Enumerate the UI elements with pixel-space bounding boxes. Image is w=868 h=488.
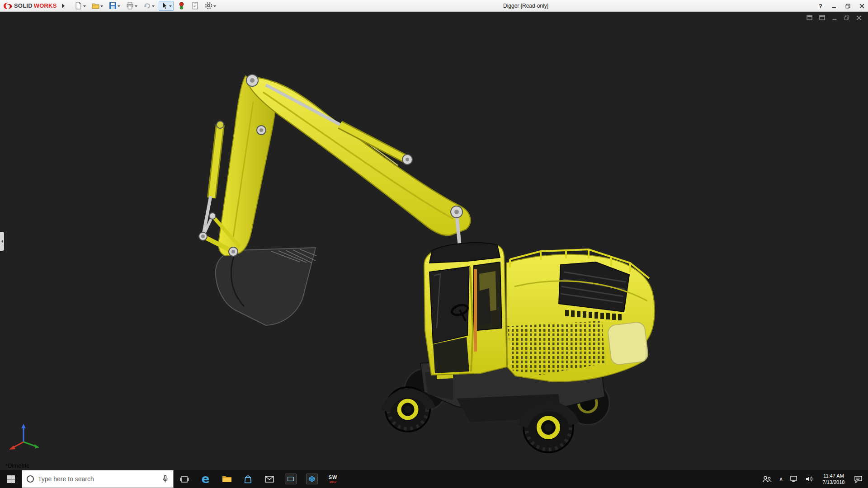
body-end-panel <box>607 321 649 365</box>
orientation-triad <box>6 420 44 456</box>
chevron-down-icon[interactable] <box>213 5 216 9</box>
media-app-button[interactable] <box>280 470 301 488</box>
restore-button[interactable] <box>845 4 850 9</box>
new-document-button[interactable] <box>73 1 88 11</box>
dassault-3ds-icon <box>3 2 13 10</box>
rebuild-stoplight-icon <box>178 2 185 9</box>
brand-prefix: SOLID <box>14 2 33 9</box>
excavator-model[interactable] <box>0 12 868 470</box>
select-cursor-icon <box>160 2 168 9</box>
chevron-left-icon <box>1 239 3 243</box>
cad-viewer-button[interactable] <box>301 470 322 488</box>
y-axis-arrow <box>34 444 39 449</box>
windows-logo-icon <box>7 475 15 483</box>
file-explorer-button[interactable] <box>216 470 237 488</box>
chevron-down-icon[interactable] <box>169 5 172 9</box>
network-icon[interactable] <box>790 476 798 482</box>
titlebar: SOLIDWORKS <box>0 0 868 12</box>
chevron-down-icon[interactable] <box>152 5 155 9</box>
feature-pane-flyout-tab[interactable] <box>0 232 4 251</box>
task-view-button[interactable] <box>174 470 195 488</box>
undo-button[interactable] <box>142 1 156 11</box>
save-button[interactable] <box>107 1 122 11</box>
close-button[interactable] <box>859 4 864 9</box>
rebuild-button[interactable] <box>176 1 187 11</box>
cortana-icon <box>27 475 34 483</box>
graphics-viewport[interactable]: *Dimetric <box>0 12 868 470</box>
new-document-icon <box>75 2 82 9</box>
upper-body[interactable] <box>506 249 655 382</box>
orange-pillar <box>474 269 477 352</box>
document-title: Digger [Read-only] <box>503 0 548 12</box>
media-app-icon <box>285 474 297 484</box>
document-icon[interactable] <box>807 15 812 20</box>
clock-time: 11:47 AM <box>821 473 847 479</box>
mail-envelope-icon <box>265 476 274 483</box>
microphone-icon[interactable] <box>162 475 169 483</box>
store-button[interactable] <box>237 470 259 488</box>
chevron-down-icon[interactable] <box>118 5 120 9</box>
volume-icon[interactable] <box>806 476 813 482</box>
cad-viewer-cube-icon <box>306 474 318 484</box>
edge-icon: e <box>202 473 210 485</box>
window-controls: ? <box>819 0 864 12</box>
save-floppy-icon <box>109 2 117 9</box>
chevron-down-icon[interactable] <box>100 5 103 9</box>
hidden-icons-chevron[interactable]: ∧ <box>779 476 783 482</box>
quick-access-toolbar <box>73 1 218 11</box>
clock-date: 7/13/2018 <box>821 479 847 485</box>
solidworks-2017-icon: SW 2017 <box>329 475 338 483</box>
system-tray: ∧ 11:47 AM 7/13/2018 <box>757 470 868 488</box>
solidworks-logo: SOLIDWORKS <box>0 2 66 10</box>
taskbar-spacer <box>344 470 757 488</box>
taskbar: e <box>0 470 868 488</box>
taskbar-search[interactable] <box>22 470 174 488</box>
document-window-controls <box>807 15 862 20</box>
close-doc-icon[interactable] <box>856 15 862 20</box>
print-button[interactable] <box>124 1 139 11</box>
open-button[interactable] <box>90 1 105 11</box>
z-axis-arrow <box>21 424 26 428</box>
print-icon <box>126 2 134 9</box>
taskbar-clock[interactable]: 11:47 AM 7/13/2018 <box>821 473 847 485</box>
minimize-button[interactable] <box>831 4 836 9</box>
file-explorer-icon <box>222 475 232 483</box>
screen: SOLIDWORKS <box>0 0 868 488</box>
chevron-down-icon[interactable] <box>83 5 86 9</box>
file-properties-button[interactable] <box>189 1 201 11</box>
close-icon <box>859 4 864 9</box>
edge-button[interactable]: e <box>195 470 216 488</box>
mail-button[interactable] <box>259 470 280 488</box>
people-icon[interactable] <box>763 476 772 483</box>
cab[interactable] <box>424 243 507 375</box>
minimize-doc-icon[interactable] <box>832 15 837 20</box>
solidworks-2017-button[interactable]: SW 2017 <box>322 470 344 488</box>
menu-flyout-arrow-icon[interactable] <box>62 4 65 8</box>
view-orientation-label: *Dimetric <box>5 462 29 469</box>
open-folder-icon <box>92 2 99 9</box>
select-tool-button[interactable] <box>159 1 174 11</box>
options-gear-icon <box>205 2 212 9</box>
restore-doc-icon[interactable] <box>844 15 849 20</box>
undo-icon <box>143 2 151 9</box>
task-view-icon <box>180 475 189 483</box>
chevron-down-icon[interactable] <box>135 5 137 9</box>
minimize-icon <box>831 4 836 9</box>
options-button[interactable] <box>203 1 218 11</box>
restore-icon <box>845 4 850 9</box>
store-bag-icon <box>244 475 252 483</box>
action-center-icon[interactable] <box>854 475 863 483</box>
help-button[interactable]: ? <box>819 3 822 9</box>
brand-suffix: WORKS <box>34 2 57 9</box>
search-input[interactable] <box>38 475 158 483</box>
file-properties-icon <box>191 2 199 9</box>
start-button[interactable] <box>0 470 22 488</box>
seat <box>478 288 491 326</box>
document-icon[interactable] <box>819 15 825 20</box>
